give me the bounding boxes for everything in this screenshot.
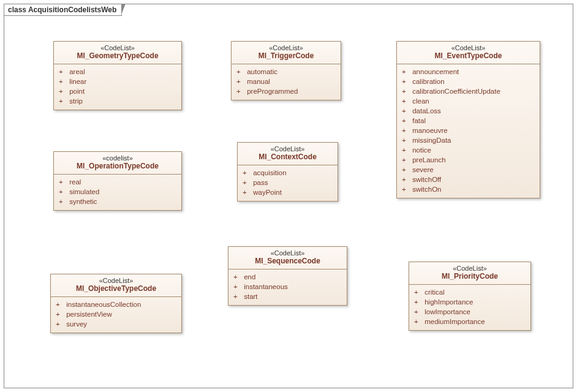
class-head: «CodeList» MI_EventTypeCode [397,42,540,64]
attribute-item: + missingData [402,135,535,145]
attribute-item: + switchOff [402,175,535,184]
stereotype: «CodeList» [232,249,343,257]
plus-icon: + [243,187,251,197]
attribute-item: + clean [402,96,535,106]
attribute-label: end [242,273,255,281]
class-operation: «codelist» MI_OperationTypeCode + real+ … [53,151,182,211]
class-event: «CodeList» MI_EventTypeCode + announceme… [396,41,540,198]
attribute-item: + simulated [59,187,176,197]
class-priority: «CodeList» MI_PriorityCode + critical+ h… [409,262,531,331]
plus-icon: + [402,106,410,116]
plus-icon: + [56,309,64,319]
class-name: MI_ObjectiveTypeCode [55,284,178,293]
class-name: MI_GeometryTypeCode [58,51,178,60]
attribute-label: critical [423,288,445,296]
attribute-item: + manual [236,77,336,86]
attribute-label: areal [67,68,85,75]
attribute-item: + calibration [402,77,535,86]
plus-icon: + [233,272,242,282]
diagram-frame: class AcquisitionCodelistsWeb «CodeList»… [4,4,573,388]
attribute-item: + notice [402,145,535,155]
plus-icon: + [402,135,410,145]
plus-icon: + [56,300,64,309]
stereotype: «CodeList» [241,145,334,153]
plus-icon: + [402,155,410,165]
plus-icon: + [243,178,251,187]
class-sequence: «CodeList» MI_SequenceCode + end+ instan… [228,246,347,306]
attribute-label: fatal [410,117,426,124]
attribute-item: + persistentView [56,309,176,319]
plus-icon: + [243,168,251,178]
attribute-item: + linear [59,77,176,86]
attribute-label: preLaunch [410,156,446,164]
attribute-label: real [67,178,81,186]
plus-icon: + [59,67,67,77]
attribute-item: + point [59,86,176,96]
attribute-item: + instantaneous [233,282,342,292]
attribute-label: dataLoss [410,107,441,115]
attribute-label: point [67,88,85,95]
attribute-item: + end [233,272,342,282]
plus-icon: + [59,187,67,197]
diagram-title: class AcquisitionCodelistsWeb [8,6,116,14]
plus-icon: + [402,96,410,106]
attribute-item: + preLaunch [402,155,535,165]
attribute-label: calibration [410,78,445,85]
attribute-label: clean [410,97,429,105]
class-body: + automatic+ manual+ preProgrammed [232,64,341,100]
attribute-label: manual [245,78,270,85]
class-name: MI_PriorityCode [413,272,527,281]
attribute-item: + synthetic [59,197,176,206]
attribute-item: + calibrationCoefficientUpdate [402,86,535,96]
attribute-label: persistentView [64,311,112,318]
attribute-item: + dataLoss [402,106,535,116]
attribute-label: calibrationCoefficientUpdate [410,88,500,95]
attribute-label: strip [67,97,83,105]
attribute-item: + manoeuvre [402,126,535,135]
plus-icon: + [402,175,410,184]
attribute-label: severe [410,166,434,173]
class-name: MI_OperationTypeCode [58,162,178,170]
class-body: + end+ instantaneous+ start [228,270,347,305]
plus-icon: + [233,292,242,301]
stereotype: «CodeList» [55,277,178,284]
attribute-label: lowImportance [423,308,470,315]
attribute-item: + switchOn [402,184,535,194]
plus-icon: + [59,86,67,96]
attribute-label: instantaneousCollection [64,301,141,308]
attribute-item: + areal [59,67,176,77]
plus-icon: + [59,177,67,187]
class-head: «CodeList» MI_TriggerCode [232,42,341,64]
attribute-item: + pass [243,178,333,187]
attribute-item: + preProgrammed [236,86,336,96]
attribute-item: + critical [414,287,526,297]
plus-icon: + [414,317,423,326]
class-context: «CodeList» MI_ContextCode + acquisition+… [237,142,338,202]
plus-icon: + [402,184,410,194]
plus-icon: + [59,197,67,206]
class-head: «codelist» MI_OperationTypeCode [54,152,181,175]
diagram-title-tab: class AcquisitionCodelistsWeb [4,4,122,16]
class-body: + critical+ highImportance+ lowImportanc… [409,285,530,330]
attribute-label: start [242,293,258,300]
attribute-label: highImportance [423,298,473,306]
plus-icon: + [402,67,410,77]
attribute-item: + mediumImportance [414,317,526,326]
plus-icon: + [402,126,410,135]
attribute-label: switchOff [410,176,441,183]
attribute-label: switchOn [410,186,442,193]
attribute-item: + automatic [236,67,336,77]
attribute-label: notice [410,146,431,154]
attribute-item: + strip [59,96,176,106]
plus-icon: + [402,116,410,126]
attribute-item: + start [233,292,342,301]
class-name: MI_EventTypeCode [401,51,536,60]
attribute-label: manoeuvre [410,127,448,134]
class-geometry: «CodeList» MI_GeometryTypeCode + areal+ … [53,41,182,110]
attribute-item: + survey [56,319,176,329]
attribute-label: synthetic [67,198,97,205]
attribute-item: + real [59,177,176,187]
class-body: + areal+ linear+ point+ strip [54,64,181,110]
plus-icon: + [402,165,410,175]
attribute-item: + severe [402,165,535,175]
